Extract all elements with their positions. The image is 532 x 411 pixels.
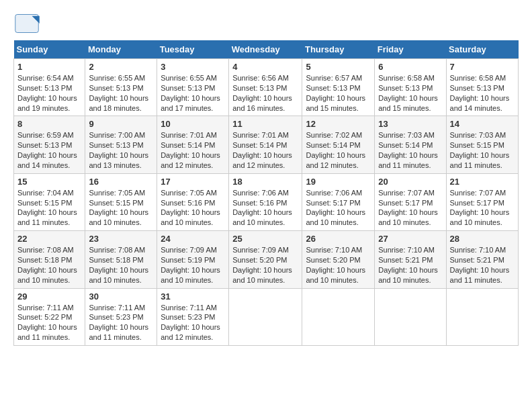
sunrise-label: Sunrise: 7:03 AM xyxy=(450,131,506,139)
day-cell-1: 1 Sunrise: 6:54 AM Sunset: 5:13 PM Dayli… xyxy=(14,59,85,116)
logo-icon xyxy=(13,13,40,34)
sunrise-label: Sunrise: 6:54 AM xyxy=(17,74,74,82)
day-cell-14: 14 Sunrise: 7:03 AM Sunset: 5:15 PM Dayl… xyxy=(446,116,518,173)
day-info: Sunrise: 7:03 AM Sunset: 5:15 PM Dayligh… xyxy=(450,130,515,170)
day-info: Sunrise: 7:01 AM Sunset: 5:14 PM Dayligh… xyxy=(161,130,225,170)
sunrise-label: Sunrise: 7:08 AM xyxy=(89,246,145,254)
sunset-label: Sunset: 5:15 PM xyxy=(89,199,143,207)
day-cell-3: 3 Sunrise: 6:55 AM Sunset: 5:13 PM Dayli… xyxy=(157,59,229,116)
day-cell-15: 15 Sunrise: 7:04 AM Sunset: 5:15 PM Dayl… xyxy=(14,173,85,230)
sunrise-label: Sunrise: 7:11 AM xyxy=(89,304,145,312)
day-cell-28: 28 Sunrise: 7:10 AM Sunset: 5:21 PM Dayl… xyxy=(446,231,518,288)
sunrise-label: Sunrise: 7:05 AM xyxy=(161,189,217,197)
day-number: 4 xyxy=(232,62,298,72)
daylight-label: Daylight: 10 hours and 11 minutes. xyxy=(17,323,77,341)
daylight-label: Daylight: 10 hours and 11 minutes. xyxy=(89,323,148,341)
sunset-label: Sunset: 5:17 PM xyxy=(306,199,360,207)
sunset-label: Sunset: 5:23 PM xyxy=(89,313,143,321)
sunset-label: Sunset: 5:14 PM xyxy=(378,141,433,149)
day-cell-24: 24 Sunrise: 7:09 AM Sunset: 5:19 PM Dayl… xyxy=(157,231,229,288)
day-info: Sunrise: 6:58 AM Sunset: 5:13 PM Dayligh… xyxy=(450,73,515,113)
daylight-label: Daylight: 10 hours and 10 minutes. xyxy=(306,266,365,284)
day-info: Sunrise: 7:06 AM Sunset: 5:17 PM Dayligh… xyxy=(306,188,371,228)
day-info: Sunrise: 7:07 AM Sunset: 5:17 PM Dayligh… xyxy=(450,188,515,228)
day-info: Sunrise: 6:57 AM Sunset: 5:13 PM Dayligh… xyxy=(306,73,371,113)
sunset-label: Sunset: 5:13 PM xyxy=(89,141,143,149)
sunrise-label: Sunrise: 6:56 AM xyxy=(232,74,289,82)
sunrise-label: Sunrise: 7:10 AM xyxy=(450,246,506,254)
day-info: Sunrise: 6:54 AM Sunset: 5:13 PM Dayligh… xyxy=(17,73,81,113)
daylight-label: Daylight: 10 hours and 10 minutes. xyxy=(89,208,148,226)
daylight-label: Daylight: 10 hours and 10 minutes. xyxy=(378,266,438,284)
week-row-2: 8 Sunrise: 6:59 AM Sunset: 5:13 PM Dayli… xyxy=(14,116,519,173)
sunset-label: Sunset: 5:15 PM xyxy=(450,141,504,149)
sunset-label: Sunset: 5:17 PM xyxy=(378,199,433,207)
sunrise-label: Sunrise: 6:57 AM xyxy=(306,74,362,82)
sunset-label: Sunset: 5:13 PM xyxy=(450,84,504,92)
daylight-label: Daylight: 10 hours and 10 minutes. xyxy=(17,266,77,284)
day-number: 30 xyxy=(89,291,153,302)
day-header-monday: Monday xyxy=(85,40,157,59)
day-info: Sunrise: 7:08 AM Sunset: 5:18 PM Dayligh… xyxy=(89,245,153,285)
day-info: Sunrise: 7:09 AM Sunset: 5:20 PM Dayligh… xyxy=(232,245,298,285)
sunset-label: Sunset: 5:21 PM xyxy=(378,256,433,264)
day-cell-21: 21 Sunrise: 7:07 AM Sunset: 5:17 PM Dayl… xyxy=(446,173,518,230)
day-number: 27 xyxy=(378,234,442,244)
day-cell-25: 25 Sunrise: 7:09 AM Sunset: 5:20 PM Dayl… xyxy=(229,231,302,288)
logo xyxy=(13,13,43,34)
day-cell-8: 8 Sunrise: 6:59 AM Sunset: 5:13 PM Dayli… xyxy=(14,116,85,173)
week-row-5: 29 Sunrise: 7:11 AM Sunset: 5:22 PM Dayl… xyxy=(14,288,519,345)
daylight-label: Daylight: 10 hours and 17 minutes. xyxy=(161,94,220,112)
day-info: Sunrise: 6:55 AM Sunset: 5:13 PM Dayligh… xyxy=(89,73,153,113)
day-cell-17: 17 Sunrise: 7:05 AM Sunset: 5:16 PM Dayl… xyxy=(157,173,229,230)
sunrise-label: Sunrise: 7:03 AM xyxy=(378,131,435,139)
day-number: 5 xyxy=(306,62,371,72)
day-cell-27: 27 Sunrise: 7:10 AM Sunset: 5:21 PM Dayl… xyxy=(375,231,446,288)
day-info: Sunrise: 7:06 AM Sunset: 5:16 PM Dayligh… xyxy=(232,188,298,228)
day-number: 20 xyxy=(378,177,442,187)
day-cell-30: 30 Sunrise: 7:11 AM Sunset: 5:23 PM Dayl… xyxy=(85,288,157,345)
daylight-label: Daylight: 10 hours and 11 minutes. xyxy=(450,266,510,284)
day-info: Sunrise: 7:09 AM Sunset: 5:19 PM Dayligh… xyxy=(161,245,225,285)
sunset-label: Sunset: 5:23 PM xyxy=(161,313,215,321)
sunset-label: Sunset: 5:16 PM xyxy=(161,199,215,207)
day-cell-6: 6 Sunrise: 6:58 AM Sunset: 5:13 PM Dayli… xyxy=(375,59,446,116)
sunrise-label: Sunrise: 7:01 AM xyxy=(161,131,217,139)
day-cell-4: 4 Sunrise: 6:56 AM Sunset: 5:13 PM Dayli… xyxy=(229,59,302,116)
sunset-label: Sunset: 5:13 PM xyxy=(232,84,287,92)
sunrise-label: Sunrise: 7:05 AM xyxy=(89,189,145,197)
day-info: Sunrise: 7:07 AM Sunset: 5:17 PM Dayligh… xyxy=(378,188,442,228)
empty-cell xyxy=(302,288,375,345)
daylight-label: Daylight: 10 hours and 10 minutes. xyxy=(89,266,148,284)
sunset-label: Sunset: 5:14 PM xyxy=(306,141,360,149)
day-cell-19: 19 Sunrise: 7:06 AM Sunset: 5:17 PM Dayl… xyxy=(302,173,375,230)
sunrise-label: Sunrise: 7:06 AM xyxy=(306,189,362,197)
header-row: SundayMondayTuesdayWednesdayThursdayFrid… xyxy=(14,40,519,59)
day-number: 2 xyxy=(89,62,153,72)
day-info: Sunrise: 7:10 AM Sunset: 5:21 PM Dayligh… xyxy=(378,245,442,285)
sunrise-label: Sunrise: 7:06 AM xyxy=(232,189,289,197)
page-header xyxy=(13,13,519,34)
day-info: Sunrise: 7:00 AM Sunset: 5:13 PM Dayligh… xyxy=(89,130,153,170)
sunset-label: Sunset: 5:21 PM xyxy=(450,256,504,264)
day-info: Sunrise: 7:10 AM Sunset: 5:21 PM Dayligh… xyxy=(450,245,515,285)
day-cell-9: 9 Sunrise: 7:00 AM Sunset: 5:13 PM Dayli… xyxy=(85,116,157,173)
daylight-label: Daylight: 10 hours and 18 minutes. xyxy=(89,94,148,112)
day-number: 25 xyxy=(232,234,298,244)
sunrise-label: Sunrise: 6:58 AM xyxy=(450,74,506,82)
sunset-label: Sunset: 5:14 PM xyxy=(232,141,287,149)
sunrise-label: Sunrise: 7:11 AM xyxy=(161,304,217,312)
day-cell-16: 16 Sunrise: 7:05 AM Sunset: 5:15 PM Dayl… xyxy=(85,173,157,230)
day-info: Sunrise: 7:10 AM Sunset: 5:20 PM Dayligh… xyxy=(306,245,371,285)
day-number: 14 xyxy=(450,119,515,129)
day-number: 7 xyxy=(450,62,515,72)
week-row-4: 22 Sunrise: 7:08 AM Sunset: 5:18 PM Dayl… xyxy=(14,231,519,288)
day-number: 10 xyxy=(161,119,225,129)
sunrise-label: Sunrise: 7:11 AM xyxy=(17,304,74,312)
sunrise-label: Sunrise: 7:04 AM xyxy=(17,189,74,197)
daylight-label: Daylight: 10 hours and 11 minutes. xyxy=(378,151,438,169)
sunset-label: Sunset: 5:13 PM xyxy=(306,84,360,92)
day-header-wednesday: Wednesday xyxy=(229,40,302,59)
empty-cell xyxy=(446,288,518,345)
day-number: 28 xyxy=(450,234,515,244)
